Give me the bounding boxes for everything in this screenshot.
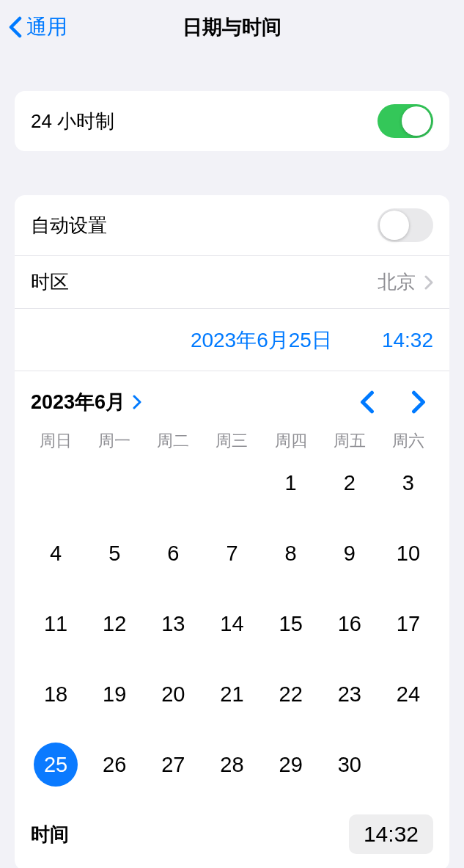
day-cell[interactable]: 19 xyxy=(85,676,144,712)
day-cell-empty xyxy=(144,465,202,500)
day-cell[interactable]: 28 xyxy=(202,747,261,782)
day-cell[interactable]: 20 xyxy=(144,676,202,712)
toggle-knob xyxy=(402,106,431,136)
day-cell[interactable]: 23 xyxy=(320,676,379,712)
month-selector[interactable]: 2023年6月 xyxy=(31,389,141,415)
prev-month-button[interactable] xyxy=(360,390,375,414)
time-row: 时间 14:32 xyxy=(15,801,449,868)
day-cell[interactable]: 11 xyxy=(26,606,85,641)
chevron-right-icon xyxy=(133,395,141,409)
weekday-label: 周六 xyxy=(379,430,438,452)
timezone-label: 时区 xyxy=(31,269,69,295)
day-cell[interactable]: 25 xyxy=(26,747,85,782)
time-format-toggle[interactable] xyxy=(378,104,433,138)
day-cell[interactable]: 10 xyxy=(379,536,438,571)
timezone-value: 北京 xyxy=(378,269,416,295)
day-cell-empty xyxy=(202,465,261,500)
weekday-label: 周三 xyxy=(202,430,261,452)
day-cell[interactable]: 29 xyxy=(262,747,320,782)
day-cell[interactable]: 22 xyxy=(262,676,320,712)
auto-set-row: 自动设置 xyxy=(15,195,449,256)
day-cell[interactable]: 15 xyxy=(262,606,320,641)
chevron-left-icon xyxy=(9,16,22,38)
day-cell[interactable]: 16 xyxy=(320,606,379,641)
day-cell[interactable]: 6 xyxy=(144,536,202,571)
day-cell[interactable]: 2 xyxy=(320,465,379,500)
weekday-label: 周日 xyxy=(26,430,85,452)
back-label: 通用 xyxy=(26,13,67,41)
page-title: 日期与时间 xyxy=(183,14,281,40)
day-cell[interactable]: 7 xyxy=(202,536,261,571)
day-cell[interactable]: 5 xyxy=(85,536,144,571)
time-label: 时间 xyxy=(31,822,69,847)
time-format-label: 24 小时制 xyxy=(31,109,114,134)
day-cell-empty xyxy=(26,465,85,500)
auto-set-toggle[interactable] xyxy=(378,208,433,242)
day-cell[interactable]: 30 xyxy=(320,747,379,782)
timezone-row[interactable]: 时区 北京 xyxy=(15,256,449,309)
time-format-row: 24 小时制 xyxy=(15,91,449,151)
day-cell[interactable]: 9 xyxy=(320,536,379,571)
month-label-text: 2023年6月 xyxy=(31,389,125,415)
chevron-right-icon xyxy=(424,275,433,290)
time-picker-button[interactable]: 14:32 xyxy=(349,814,433,854)
day-cell[interactable]: 3 xyxy=(379,465,438,500)
current-date-label[interactable]: 2023年6月25日 xyxy=(191,327,332,354)
back-button[interactable]: 通用 xyxy=(0,13,67,41)
day-cell[interactable]: 13 xyxy=(144,606,202,641)
day-cell[interactable]: 18 xyxy=(26,676,85,712)
day-cell[interactable]: 24 xyxy=(379,676,438,712)
current-time-label[interactable]: 14:32 xyxy=(382,329,433,352)
next-month-button[interactable] xyxy=(411,390,426,414)
day-cell[interactable]: 27 xyxy=(144,747,202,782)
day-cell[interactable]: 4 xyxy=(26,536,85,571)
weekday-label: 周四 xyxy=(262,430,320,452)
day-cell[interactable]: 1 xyxy=(262,465,320,500)
weekday-label: 周一 xyxy=(85,430,144,452)
weekday-label: 周二 xyxy=(144,430,202,452)
weekday-label: 周五 xyxy=(320,430,379,452)
day-cell-empty xyxy=(85,465,144,500)
day-cell[interactable]: 21 xyxy=(202,676,261,712)
auto-set-label: 自动设置 xyxy=(31,213,107,238)
day-cell[interactable]: 8 xyxy=(262,536,320,571)
day-cell[interactable]: 17 xyxy=(379,606,438,641)
date-time-summary: 2023年6月25日 14:32 xyxy=(15,309,449,371)
day-cell[interactable]: 12 xyxy=(85,606,144,641)
toggle-knob xyxy=(380,211,409,240)
day-cell[interactable]: 26 xyxy=(85,747,144,782)
day-cell[interactable]: 14 xyxy=(202,606,261,641)
